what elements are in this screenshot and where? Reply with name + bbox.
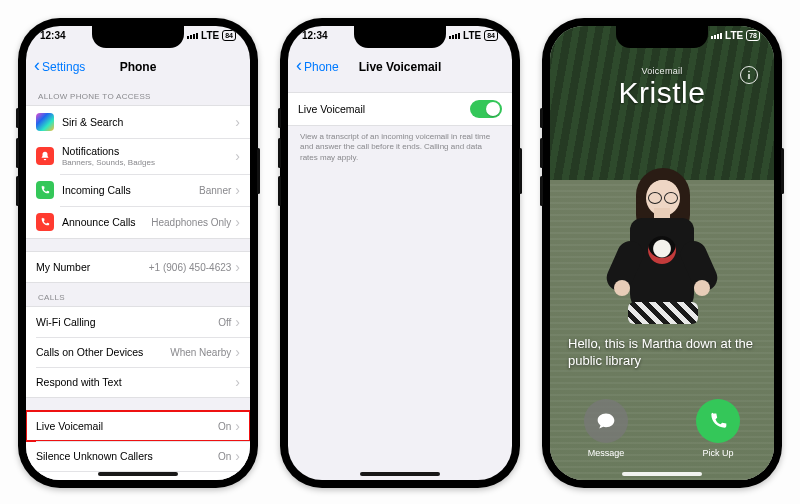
row-live-voicemail-toggle[interactable]: Live Voicemail xyxy=(288,93,512,125)
status-time: 12:34 xyxy=(40,30,66,41)
iphone-2: 12:34 LTE 84 Phone Live Voicemail Live V… xyxy=(280,18,520,488)
row-label: Wi-Fi Calling xyxy=(36,316,218,328)
iphone-1: 12:34 LTE 84 Settings Phone ALLOW PHONE … xyxy=(18,18,258,488)
back-label: Settings xyxy=(42,60,85,74)
row-value: Off xyxy=(218,317,231,328)
back-button[interactable]: Phone xyxy=(296,60,339,74)
toggle-switch-on[interactable] xyxy=(470,100,502,118)
row-wifi-calling[interactable]: Wi-Fi Calling Off xyxy=(26,307,250,337)
row-value: On xyxy=(218,451,231,462)
info-button[interactable] xyxy=(740,66,758,84)
setting-description: View a transcript of an incoming voicema… xyxy=(288,126,512,163)
notch xyxy=(354,26,446,48)
svg-point-0 xyxy=(748,71,750,73)
row-label: Live Voicemail xyxy=(298,103,470,115)
battery-icon: 84 xyxy=(222,30,236,41)
contact-photo xyxy=(602,162,722,362)
section-header-allow: ALLOW PHONE TO ACCESS xyxy=(26,82,250,105)
pickup-button[interactable]: Pick Up xyxy=(696,399,740,458)
call-actions: Message Pick Up xyxy=(550,399,774,458)
row-other-devices[interactable]: Calls on Other Devices When Nearby xyxy=(26,337,250,367)
row-value: When Nearby xyxy=(170,347,231,358)
settings-content[interactable]: Live Voicemail View a transcript of an i… xyxy=(288,82,512,480)
screen-live-voicemail-setting: 12:34 LTE 84 Phone Live Voicemail Live V… xyxy=(288,26,512,480)
iphone-3: LTE 78 Voicemail Kristle Hello, this is … xyxy=(542,18,782,488)
siri-icon xyxy=(36,113,54,131)
notch xyxy=(92,26,184,48)
row-notifications[interactable]: Notifications Banners, Sounds, Badges xyxy=(26,138,250,174)
row-announce-calls[interactable]: Announce Calls Headphones Only xyxy=(26,206,250,238)
row-label: Respond with Text xyxy=(36,376,235,388)
row-silence-unknown[interactable]: Silence Unknown Callers On xyxy=(26,441,250,471)
message-label: Message xyxy=(588,448,625,458)
caller-name: Kristle xyxy=(550,76,774,110)
nav-bar: Phone Live Voicemail xyxy=(288,52,512,82)
network-label: LTE xyxy=(463,30,481,41)
pickup-label: Pick Up xyxy=(702,448,733,458)
screen-settings-phone: 12:34 LTE 84 Settings Phone ALLOW PHONE … xyxy=(26,26,250,480)
bell-icon xyxy=(36,147,54,165)
announce-icon xyxy=(36,213,54,231)
screen-incoming-voicemail: LTE 78 Voicemail Kristle Hello, this is … xyxy=(550,26,774,480)
status-time xyxy=(564,30,567,41)
battery-icon: 78 xyxy=(746,30,760,41)
status-time: 12:34 xyxy=(302,30,328,41)
row-my-number[interactable]: My Number +1 (906) 450-4623 xyxy=(26,252,250,282)
row-label: Announce Calls xyxy=(62,216,151,228)
row-label: My Number xyxy=(36,261,149,273)
chevron-left-icon xyxy=(34,60,40,74)
row-value: Banner xyxy=(199,185,231,196)
row-sublabel: Banners, Sounds, Badges xyxy=(62,158,235,167)
signal-icon xyxy=(449,33,460,39)
page-title: Live Voicemail xyxy=(359,60,441,74)
row-label: Notifications xyxy=(62,145,235,157)
section-header-calls: CALLS xyxy=(26,283,250,306)
row-live-voicemail[interactable]: Live Voicemail On xyxy=(26,411,250,441)
row-label: Live Voicemail xyxy=(36,420,218,432)
row-label: Calls on Other Devices xyxy=(36,346,170,358)
battery-icon: 84 xyxy=(484,30,498,41)
settings-content[interactable]: ALLOW PHONE TO ACCESS Siri & Search Noti… xyxy=(26,82,250,480)
home-indicator[interactable] xyxy=(622,472,702,476)
row-siri[interactable]: Siri & Search xyxy=(26,106,250,138)
back-button[interactable]: Settings xyxy=(34,60,85,74)
message-button[interactable]: Message xyxy=(584,399,628,458)
back-label: Phone xyxy=(304,60,339,74)
row-value: Headphones Only xyxy=(151,217,231,228)
network-label: LTE xyxy=(201,30,219,41)
row-incoming-calls[interactable]: Incoming Calls Banner xyxy=(26,174,250,206)
phone-in-icon xyxy=(36,181,54,199)
page-title: Phone xyxy=(120,60,157,74)
row-respond-text[interactable]: Respond with Text xyxy=(26,367,250,397)
home-indicator[interactable] xyxy=(360,472,440,476)
row-value: On xyxy=(218,421,231,432)
message-icon xyxy=(584,399,628,443)
live-transcript: Hello, this is Martha down at the public… xyxy=(568,335,756,370)
row-label: Silence Unknown Callers xyxy=(36,450,218,462)
row-value: +1 (906) 450-4623 xyxy=(149,262,232,273)
home-indicator[interactable] xyxy=(98,472,178,476)
signal-icon xyxy=(711,33,722,39)
phone-icon xyxy=(696,399,740,443)
chevron-left-icon xyxy=(296,60,302,74)
signal-icon xyxy=(187,33,198,39)
nav-bar: Settings Phone xyxy=(26,52,250,82)
row-label: Siri & Search xyxy=(62,116,235,128)
notch xyxy=(616,26,708,48)
network-label: LTE xyxy=(725,30,743,41)
row-label: Incoming Calls xyxy=(62,184,199,196)
